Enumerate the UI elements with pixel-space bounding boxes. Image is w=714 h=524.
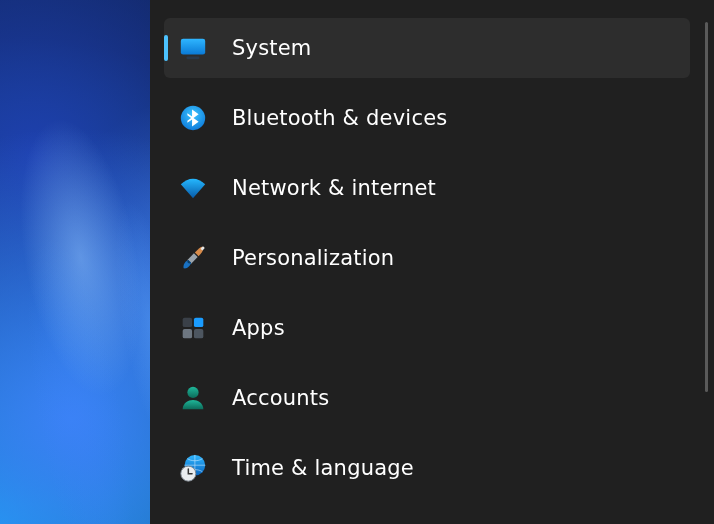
nav-label: Apps <box>232 316 682 340</box>
globe-clock-icon <box>176 451 210 485</box>
settings-sidebar: System Bluetooth & devices <box>150 0 714 524</box>
nav-item-apps[interactable]: Apps <box>164 298 690 358</box>
apps-icon <box>176 311 210 345</box>
nav-item-system[interactable]: System <box>164 18 690 78</box>
nav-label: Accounts <box>232 386 682 410</box>
nav-label: System <box>232 36 682 60</box>
nav-item-time-language[interactable]: Time & language <box>164 438 690 498</box>
selection-indicator <box>164 35 168 61</box>
nav-label: Time & language <box>232 456 682 480</box>
person-icon <box>176 381 210 415</box>
paintbrush-icon <box>176 241 210 275</box>
bluetooth-icon <box>176 101 210 135</box>
svg-rect-6 <box>194 329 203 338</box>
scrollbar-vertical[interactable] <box>705 22 708 392</box>
display-icon <box>176 31 210 65</box>
nav-item-personalization[interactable]: Personalization <box>164 228 690 288</box>
wifi-icon <box>176 171 210 205</box>
svg-rect-4 <box>194 318 203 327</box>
nav-item-network[interactable]: Network & internet <box>164 158 690 218</box>
nav-label: Network & internet <box>232 176 682 200</box>
svg-rect-3 <box>183 318 192 327</box>
svg-rect-5 <box>183 329 192 338</box>
settings-nav-list: System Bluetooth & devices <box>150 18 714 498</box>
svg-rect-0 <box>181 39 205 55</box>
nav-label: Bluetooth & devices <box>232 106 682 130</box>
svg-rect-1 <box>186 56 199 59</box>
nav-item-bluetooth[interactable]: Bluetooth & devices <box>164 88 690 148</box>
nav-item-accounts[interactable]: Accounts <box>164 368 690 428</box>
svg-point-7 <box>187 387 198 398</box>
windows-11-settings-snippet: System Bluetooth & devices <box>0 0 714 524</box>
nav-label: Personalization <box>232 246 682 270</box>
